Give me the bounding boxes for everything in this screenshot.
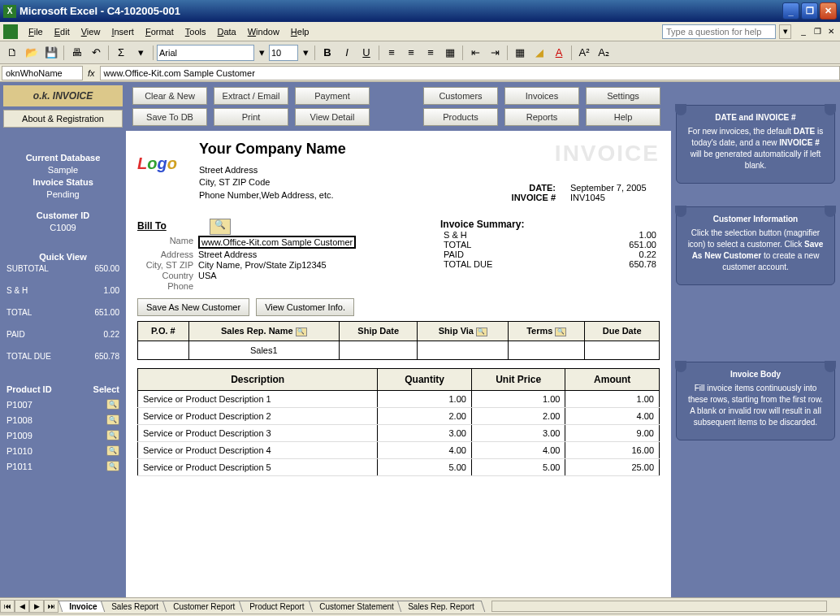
lookup-icon[interactable]: 🔍 <box>555 328 566 336</box>
select-product-icon[interactable]: 🔍 <box>106 445 119 456</box>
view-customer-info-button[interactable]: View Customer Info. <box>256 298 354 316</box>
order-details-table: P.O. #Sales Rep. Name🔍Ship DateShip Via🔍… <box>137 321 660 360</box>
tab-next-icon[interactable]: ▶ <box>29 600 44 613</box>
quick-view-row: TOTAL651.00 <box>3 308 123 317</box>
invoice-sheet: Logo Your Company Name Street Address Ci… <box>126 131 671 597</box>
select-product-icon[interactable]: 🔍 <box>106 430 119 440</box>
print-icon[interactable]: 🖶 <box>67 44 85 62</box>
subscript-icon[interactable]: A₂ <box>595 44 613 62</box>
billto-name-cell[interactable]: www.Office-Kit.com Sample Customer <box>198 236 356 249</box>
payment-button[interactable]: Payment <box>295 87 370 105</box>
sheet-tab[interactable]: Customer Report <box>162 601 246 612</box>
app-icon <box>3 24 18 39</box>
workbook-restore[interactable]: ❐ <box>812 26 823 37</box>
font-color-icon[interactable]: A <box>550 44 568 62</box>
menu-file[interactable]: File <box>23 24 49 39</box>
maximize-button[interactable]: ❐ <box>801 2 818 20</box>
menu-insert[interactable]: Insert <box>106 24 140 39</box>
horizontal-scrollbar[interactable] <box>491 601 827 612</box>
align-left-icon[interactable]: ≡ <box>383 44 401 62</box>
settings-button[interactable]: Settings <box>586 87 660 105</box>
save-icon[interactable]: 💾 <box>42 44 60 62</box>
workbook-close[interactable]: ✕ <box>825 26 837 37</box>
invoices-button[interactable]: Invoices <box>504 87 579 105</box>
superscript-icon[interactable]: A² <box>575 44 593 62</box>
dropdown-icon[interactable]: ▾ <box>132 44 149 62</box>
underline-icon[interactable]: U <box>357 44 375 62</box>
undo-icon[interactable]: ↶ <box>87 44 105 62</box>
select-product-icon[interactable]: 🔍 <box>106 399 119 410</box>
view-detail-button[interactable]: View Detail <box>295 108 370 126</box>
help-dropdown[interactable]: ▾ <box>779 24 791 39</box>
name-box[interactable]: oknWhoName <box>2 66 83 80</box>
menu-edit[interactable]: Edit <box>49 24 76 39</box>
help-button[interactable]: Help <box>586 108 660 126</box>
select-product-icon[interactable]: 🔍 <box>106 461 119 471</box>
workbook-minimize[interactable]: _ <box>798 26 809 37</box>
date-value[interactable]: September 7, 2005 <box>570 183 660 193</box>
current-database-value: Sample <box>6 165 119 175</box>
product-header: Product IDSelect <box>3 383 123 396</box>
print-button[interactable]: Print <box>214 108 288 126</box>
reports-button[interactable]: Reports <box>504 108 579 126</box>
customer-id-label: Customer ID <box>6 210 119 220</box>
italic-icon[interactable]: I <box>338 44 356 62</box>
new-icon[interactable]: 🗋 <box>3 44 21 62</box>
align-center-icon[interactable]: ≡ <box>402 44 420 62</box>
tab-last-icon[interactable]: ⏭ <box>44 600 58 613</box>
order-cell[interactable] <box>509 341 585 359</box>
magnifier-icon[interactable]: 🔍 <box>210 219 231 235</box>
increase-indent-icon[interactable]: ⇥ <box>486 44 504 62</box>
order-cell[interactable] <box>585 341 660 359</box>
sheet-tab[interactable]: Product Report <box>239 601 315 612</box>
font-name-combo[interactable] <box>157 45 254 61</box>
menu-view[interactable]: View <box>76 24 106 39</box>
order-cell[interactable] <box>339 341 418 359</box>
clear-new-button[interactable]: Clear & New <box>132 87 207 105</box>
lookup-icon[interactable]: 🔍 <box>296 328 307 336</box>
save-new-customer-button[interactable]: Save As New Customer <box>137 298 249 316</box>
menu-data[interactable]: Data <box>211 24 241 39</box>
font-size-combo[interactable] <box>269 45 298 61</box>
sheet-tab[interactable]: Sales Report <box>101 601 169 612</box>
open-icon[interactable]: 📂 <box>23 44 41 62</box>
sheet-tab[interactable]: Customer Statement <box>308 601 404 612</box>
autosum-icon[interactable]: Σ <box>112 44 130 62</box>
tab-prev-icon[interactable]: ◀ <box>15 600 29 613</box>
products-button[interactable]: Products <box>423 108 498 126</box>
menu-help[interactable]: Help <box>285 24 315 39</box>
formula-input[interactable]: www.Office-Kit.com Sample Customer <box>100 66 840 80</box>
help-search-input[interactable] <box>662 24 776 39</box>
align-right-icon[interactable]: ≡ <box>422 44 439 62</box>
minimize-button[interactable]: _ <box>782 2 799 20</box>
fx-label: fx <box>88 68 95 78</box>
product-row: P1008🔍 <box>3 413 123 427</box>
merge-icon[interactable]: ▦ <box>441 44 459 62</box>
billto-row: Namewww.Office-Kit.com Sample Customer <box>137 236 416 249</box>
invoice-num-value[interactable]: INV1045 <box>570 193 660 202</box>
order-cell[interactable]: Sales1 <box>188 341 339 359</box>
menu-window[interactable]: Window <box>242 24 285 39</box>
menu-format[interactable]: Format <box>140 24 180 39</box>
menu-tools[interactable]: Tools <box>180 24 212 39</box>
font-name-dropdown[interactable]: ▾ <box>256 44 267 62</box>
tab-first-icon[interactable]: ⏮ <box>0 600 15 613</box>
close-button[interactable]: ✕ <box>820 2 837 20</box>
about-button[interactable]: About & Registration <box>3 110 123 128</box>
save-to-db-button[interactable]: Save To DB <box>132 108 207 126</box>
select-product-icon[interactable]: 🔍 <box>106 414 119 425</box>
customers-button[interactable]: Customers <box>423 87 498 105</box>
borders-icon[interactable]: ▦ <box>511 44 529 62</box>
order-header: Due Date <box>585 322 660 341</box>
bold-icon[interactable]: B <box>318 44 336 62</box>
order-cell[interactable] <box>138 341 189 359</box>
font-size-dropdown[interactable]: ▾ <box>300 44 311 62</box>
lookup-icon[interactable]: 🔍 <box>476 328 487 336</box>
fill-color-icon[interactable]: ◢ <box>530 44 548 62</box>
sheet-tab[interactable]: Sales Rep. Report <box>397 601 485 612</box>
decrease-indent-icon[interactable]: ⇤ <box>466 44 484 62</box>
help-card: DATE and INVOICE #For new invoices, the … <box>676 105 835 184</box>
extract-email-button[interactable]: Extract / Email <box>214 87 288 105</box>
order-cell[interactable] <box>418 341 509 359</box>
order-header: Terms🔍 <box>509 322 585 341</box>
